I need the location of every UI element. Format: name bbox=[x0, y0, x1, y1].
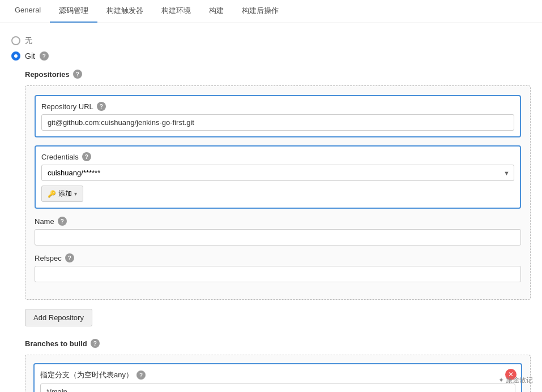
watermark-text: ✦ 旅途散记 bbox=[498, 376, 533, 385]
add-repository-button[interactable]: Add Repository bbox=[25, 309, 92, 326]
refspec-label-row: Refspec ? bbox=[35, 253, 521, 262]
add-credentials-row: 🔑 添加 ▾ bbox=[41, 186, 514, 202]
branch-item: ✕ 指定分支（为空时代表any） ? bbox=[33, 363, 522, 392]
repo-url-help-icon[interactable]: ? bbox=[97, 102, 106, 111]
repo-url-box: Repository URL ? bbox=[35, 95, 521, 137]
credentials-select[interactable]: cuishuang/****** - 无 - bbox=[41, 165, 514, 181]
tab-bar: General 源码管理 构建触发器 构建环境 构建 构建后操作 bbox=[0, 0, 542, 23]
name-help-icon[interactable]: ? bbox=[58, 217, 67, 226]
credentials-help-icon[interactable]: ? bbox=[82, 152, 91, 161]
add-credentials-caret-icon: ▾ bbox=[74, 191, 77, 197]
branches-title: Branches to build ? bbox=[25, 339, 531, 348]
name-field-group: Name ? bbox=[35, 217, 521, 245]
branches-box: ✕ 指定分支（为空时代表any） ? bbox=[25, 355, 531, 392]
name-label: Name bbox=[35, 217, 54, 226]
repositories-title: Repositories ? bbox=[25, 70, 531, 79]
add-credentials-button[interactable]: 🔑 添加 ▾ bbox=[41, 186, 83, 202]
repositories-section: Repositories ? Repository URL ? Credenti… bbox=[25, 70, 531, 392]
tab-build[interactable]: 构建 bbox=[200, 0, 233, 23]
repositories-help-icon[interactable]: ? bbox=[73, 70, 82, 79]
refspec-field-group: Refspec ? bbox=[35, 253, 521, 282]
credentials-select-wrapper: cuishuang/****** - 无 - ▼ bbox=[41, 165, 514, 181]
credentials-label: Credentials bbox=[41, 153, 79, 161]
repositories-box: Repository URL ? Credentials ? cuishuang… bbox=[25, 85, 531, 300]
tab-env[interactable]: 构建环境 bbox=[152, 0, 200, 23]
tab-general[interactable]: General bbox=[6, 0, 50, 23]
repo-url-label: Repository URL bbox=[41, 102, 93, 111]
none-radio-row: 无 bbox=[11, 36, 531, 46]
name-label-row: Name ? bbox=[35, 217, 521, 226]
none-radio[interactable] bbox=[11, 36, 20, 45]
refspec-input[interactable] bbox=[35, 266, 521, 282]
git-radio-row: Git ? bbox=[11, 51, 531, 61]
refspec-label: Refspec bbox=[35, 254, 62, 262]
tab-triggers[interactable]: 构建触发器 bbox=[97, 0, 152, 23]
git-radio[interactable] bbox=[11, 51, 20, 61]
repo-url-label-row: Repository URL ? bbox=[41, 102, 514, 111]
branches-label: Branches to build bbox=[25, 339, 87, 348]
git-help-icon[interactable]: ? bbox=[40, 51, 49, 61]
repositories-label: Repositories bbox=[25, 70, 70, 79]
branch-field-label-row: 指定分支（为空时代表any） ? bbox=[40, 370, 515, 380]
name-input[interactable] bbox=[35, 229, 521, 245]
credentials-box: Credentials ? cuishuang/****** - 无 - ▼ 🔑 bbox=[35, 145, 521, 209]
none-label: 无 bbox=[25, 36, 32, 46]
tab-source[interactable]: 源码管理 bbox=[50, 0, 97, 23]
tab-post[interactable]: 构建后操作 bbox=[233, 0, 288, 23]
branch-field-help-icon[interactable]: ? bbox=[136, 371, 146, 380]
branch-field-input[interactable] bbox=[40, 384, 515, 392]
watermark: ✦ 旅途散记 bbox=[498, 376, 533, 385]
credentials-label-row: Credentials ? bbox=[41, 152, 514, 161]
key-icon: 🔑 bbox=[48, 190, 56, 198]
git-label: Git bbox=[25, 51, 35, 61]
credentials-select-row: cuishuang/****** - 无 - ▼ bbox=[41, 165, 514, 181]
branches-help-icon[interactable]: ? bbox=[91, 339, 100, 348]
repo-url-input[interactable] bbox=[41, 114, 514, 131]
branch-field-label: 指定分支（为空时代表any） bbox=[40, 370, 133, 380]
refspec-help-icon[interactable]: ? bbox=[65, 253, 74, 262]
main-content: 无 Git ? Repositories ? Repository URL ? bbox=[0, 23, 542, 392]
branches-section: Branches to build ? ✕ 指定分支（为空时代表any） ? A… bbox=[25, 339, 531, 392]
add-credentials-label: 添加 bbox=[58, 189, 72, 199]
